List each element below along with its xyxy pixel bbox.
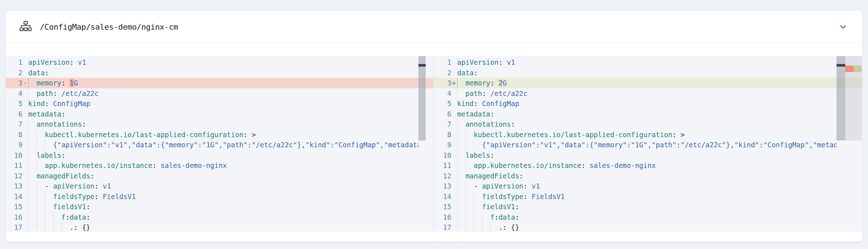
overview-added-mark (854, 66, 862, 72)
indent-guide (465, 212, 466, 223)
indent-guide (474, 202, 474, 212)
indent-guide (457, 150, 458, 161)
line-number: 15 (435, 202, 451, 212)
code-text: app.kubernetes.io/instance: sales-demo-n… (28, 160, 418, 171)
indent-guide (28, 78, 29, 88)
indent-guide (457, 222, 458, 232)
code-text: fieldsType: FieldsV1 (457, 191, 837, 202)
indent-guide (457, 160, 458, 171)
code-text: metadata: (28, 109, 418, 119)
indent-guide (28, 160, 29, 171)
code-text: kubectl.kubernetes.io/last-applied-confi… (457, 130, 837, 140)
code-text: labels: (28, 150, 418, 161)
line-number: 6 (435, 109, 451, 119)
indent-guide (37, 222, 37, 232)
code-text: memory: 2G (457, 78, 837, 88)
indent-guide (457, 119, 458, 130)
code-text: fieldsV1: (28, 202, 418, 212)
line-number: 1 (435, 57, 451, 68)
line-number: 17 (6, 222, 22, 232)
indent-guide (28, 202, 29, 212)
code-text: kubectl.kubernetes.io/last-applied-confi… (28, 130, 418, 140)
code-text: data: (457, 68, 837, 78)
indent-guide (37, 160, 37, 171)
indent-guide (45, 202, 45, 212)
yaml-diff-editor: 1apiVersion: v12data:3- memory: 1G4 path… (6, 56, 862, 232)
line-number: 5 (6, 98, 22, 109)
code-text: kind: ConfigMap (457, 98, 837, 109)
overview-removed-mark (845, 66, 854, 72)
line-number: 17 (435, 222, 451, 232)
indent-guide (457, 202, 458, 212)
line-number: 9 (435, 140, 451, 150)
indent-guide (53, 222, 54, 232)
code-text: data: (28, 68, 418, 78)
line-number: 9 (6, 140, 22, 150)
indent-guide (465, 130, 466, 140)
indent-guide (465, 202, 466, 212)
line-number: 4 (6, 88, 22, 99)
indent-guide (28, 212, 29, 223)
indent-guide (53, 212, 54, 223)
line-number: 2 (6, 68, 22, 78)
code-text: memory: 1G (28, 78, 418, 88)
code-line: 5kind: ConfigMap (435, 98, 862, 109)
code-line: 16 f:data: (435, 212, 862, 223)
indent-guide (457, 191, 458, 202)
code-text: .: {} (28, 222, 418, 232)
left-vertical-scrollbar[interactable] (418, 56, 426, 140)
indent-guide (28, 140, 29, 150)
resource-path-label: /ConfigMap/sales-demo/nginx-cm (40, 22, 178, 31)
line-number: 5 (435, 98, 451, 109)
line-number: 3 (6, 78, 22, 88)
code-text: app.kubernetes.io/instance: sales-demo-n… (457, 160, 837, 171)
code-text: {"apiVersion":"v1","data":{"memory":"1G"… (457, 140, 837, 150)
indent-guide (474, 222, 474, 232)
indent-guide (28, 88, 29, 99)
code-line: 12 managedFields: (6, 171, 434, 181)
indent-guide (45, 140, 45, 150)
code-line: 8 kubectl.kubernetes.io/last-applied-con… (435, 130, 862, 140)
line-number: 15 (6, 202, 22, 212)
line-number: 8 (6, 130, 22, 140)
diff-pane-original[interactable]: 1apiVersion: v12data:3- memory: 1G4 path… (6, 56, 434, 232)
code-text: {"apiVersion":"v1","data":{"memory":"1G"… (28, 140, 418, 150)
diff-pane-modified[interactable]: 1apiVersion: v12data:3+ memory: 2G4 path… (435, 56, 862, 232)
code-text: annotations: (28, 119, 418, 130)
code-line: 3- memory: 1G (6, 78, 434, 88)
line-number: 10 (6, 150, 22, 161)
code-text: labels: (457, 150, 837, 161)
indent-guide (457, 181, 458, 191)
indent-guide (457, 78, 458, 88)
indent-guide (28, 130, 29, 140)
indent-guide (28, 171, 29, 181)
diff-sign: - (23, 78, 29, 88)
resource-diff-card: /ConfigMap/sales-demo/nginx-cm 1apiVersi… (6, 11, 862, 242)
line-number: 4 (435, 88, 451, 99)
line-number: 16 (6, 212, 22, 223)
line-number: 11 (435, 160, 451, 171)
line-number: 1 (6, 57, 22, 68)
code-line: 11 app.kubernetes.io/instance: sales-dem… (435, 160, 862, 171)
code-line: 3+ memory: 2G (435, 78, 862, 88)
code-text: apiVersion: v1 (457, 57, 837, 68)
indent-guide (37, 212, 37, 223)
code-line: 14 fieldsType: FieldsV1 (435, 191, 862, 202)
right-vertical-scrollbar[interactable] (837, 56, 845, 140)
indent-guide (45, 212, 45, 223)
sitemap-icon (20, 21, 32, 33)
line-number: 13 (6, 181, 22, 191)
diff-overview-ruler[interactable] (845, 56, 862, 232)
diff-sign: + (452, 78, 458, 88)
resource-header-row[interactable]: /ConfigMap/sales-demo/nginx-cm (6, 11, 862, 43)
scrollbar-diff-mark (418, 64, 426, 67)
indent-guide (61, 222, 62, 232)
indent-guide (28, 119, 29, 130)
code-lines: 1apiVersion: v12data:3+ memory: 2G4 path… (435, 56, 862, 232)
code-line: 10 labels: (435, 150, 862, 161)
indent-guide (465, 222, 466, 232)
code-line: 17 .: {} (435, 222, 862, 232)
chevron-down-icon[interactable] (838, 22, 848, 31)
line-number: 8 (435, 130, 451, 140)
indent-guide (45, 222, 45, 232)
